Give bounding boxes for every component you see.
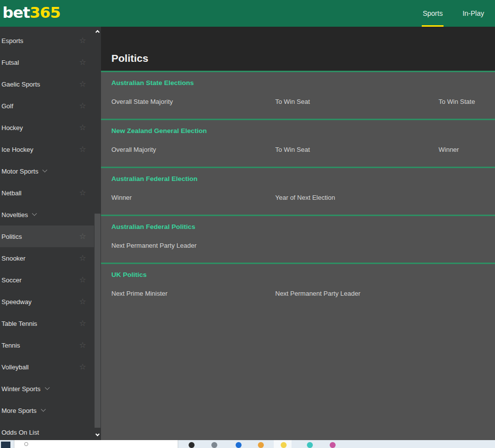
task-view-icon[interactable] — [211, 442, 217, 448]
sidebar-item-label: More Sports — [1, 407, 37, 414]
favourite-star-icon[interactable]: ☆ — [79, 124, 86, 132]
chevron-down-icon — [32, 211, 37, 216]
sidebar-item-label: Tennis — [1, 342, 20, 349]
sidebar-item-winter-sports[interactable]: Winter Sports — [0, 378, 94, 400]
market-link-to-win-seat[interactable]: To Win Seat — [275, 98, 439, 105]
sidebar-item-hockey[interactable]: Hockey☆ — [0, 117, 94, 138]
app-teal-icon[interactable] — [307, 442, 313, 448]
search-icon — [24, 442, 28, 446]
sidebar-item-label: Hockey — [1, 124, 23, 132]
favourite-star-icon[interactable]: ☆ — [79, 58, 86, 66]
section-australian-federal-election: Australian Federal ElectionWinnerYear of… — [101, 167, 495, 215]
main-content: Politics Australian State ElectionsOvera… — [101, 27, 495, 440]
market-row: Overall State MajorityTo Win SeatTo Win … — [111, 98, 490, 105]
windows-start-icon[interactable] — [1, 442, 10, 448]
chevron-up-icon — [95, 30, 99, 34]
market-link-winner[interactable]: Winner — [111, 194, 275, 201]
tab-sports[interactable]: Sports — [423, 0, 443, 27]
sidebar-item-politics[interactable]: Politics☆ — [0, 225, 94, 247]
edge-icon[interactable] — [236, 442, 242, 448]
sidebar-item-label: Snooker — [1, 255, 25, 262]
tab-sports-label: Sports — [423, 9, 443, 17]
chevron-down-icon — [45, 385, 50, 390]
sidebar-item-tennis[interactable]: Tennis☆ — [0, 334, 94, 356]
scrollbar-thumb[interactable] — [95, 214, 100, 428]
sports-sidebar: Esports☆Futsal☆Gaelic Sports☆Golf☆Hockey… — [0, 27, 101, 440]
sidebar-item-volleyball[interactable]: Volleyball☆ — [0, 356, 94, 378]
sidebar-item-label: Netball — [1, 189, 21, 197]
favourite-star-icon[interactable]: ☆ — [79, 341, 86, 349]
scroll-down-button[interactable] — [94, 431, 101, 439]
section-heading: UK Politics — [111, 271, 147, 278]
sidebar-item-motor-sports[interactable]: Motor Sports — [0, 160, 94, 182]
tab-in-play-label: In-Play — [462, 9, 484, 17]
market-link-to-win-state[interactable]: To Win State — [439, 98, 490, 105]
sidebar-scrollbar[interactable] — [94, 27, 101, 440]
taskbar-search-input[interactable] — [14, 440, 178, 448]
cortana-icon[interactable] — [189, 442, 195, 448]
sidebar-item-label: Volleyball — [1, 363, 29, 371]
favourite-star-icon[interactable]: ☆ — [79, 102, 86, 110]
sidebar-item-golf[interactable]: Golf☆ — [0, 95, 94, 117]
favourite-star-icon[interactable]: ☆ — [79, 319, 86, 327]
market-link-winner[interactable]: Winner — [439, 146, 490, 153]
market-link-next-prime-minister[interactable]: Next Prime Minister — [111, 290, 275, 297]
market-link-to-win-seat[interactable]: To Win Seat — [275, 146, 439, 153]
market-link-next-permanent-party-leader[interactable]: Next Permanent Party Leader — [111, 242, 275, 249]
market-link-year-of-next-election[interactable]: Year of Next Election — [275, 194, 439, 201]
section-new-zealand-general-election: New Zealand General ElectionOverall Majo… — [101, 119, 495, 167]
market-link-next-permanent-party-leader[interactable]: Next Permanent Party Leader — [275, 290, 439, 297]
sidebar-item-label: Futsal — [1, 59, 19, 66]
sidebar-item-novelties[interactable]: Novelties — [0, 204, 94, 225]
sidebar-item-label: Table Tennis — [1, 320, 37, 327]
favourite-star-icon[interactable]: ☆ — [79, 254, 86, 262]
sidebar-item-label: Golf — [1, 102, 13, 110]
app-purple-icon[interactable] — [330, 442, 336, 448]
sidebar-item-label: Motor Sports — [1, 168, 38, 175]
sidebar-item-more-sports[interactable]: More Sports — [0, 400, 94, 421]
favourite-star-icon[interactable]: ☆ — [79, 298, 86, 306]
market-row: Next Prime MinisterNext Permanent Party … — [111, 290, 490, 297]
sidebar-item-ice-hockey[interactable]: Ice Hockey☆ — [0, 138, 94, 160]
section-australian-state-elections: Australian State ElectionsOverall State … — [101, 71, 495, 119]
content-header: Politics — [101, 27, 495, 71]
sports-list: Esports☆Futsal☆Gaelic Sports☆Golf☆Hockey… — [0, 30, 94, 443]
sidebar-item-esports[interactable]: Esports☆ — [0, 30, 94, 51]
bet365-logo[interactable]: bet365 — [2, 3, 60, 21]
favourite-star-icon[interactable]: ☆ — [79, 232, 86, 240]
sidebar-item-label: Novelties — [1, 211, 28, 219]
sidebar-item-label: Politics — [1, 233, 22, 240]
tab-in-play[interactable]: In-Play — [462, 0, 484, 27]
chevron-down-icon — [95, 432, 99, 436]
section-heading: Australian Federal Politics — [111, 223, 196, 230]
market-link-overall-majority[interactable]: Overall Majority — [111, 146, 275, 153]
favourite-star-icon[interactable]: ☆ — [79, 276, 86, 284]
section-heading: Australian State Elections — [111, 79, 194, 87]
favourite-star-icon[interactable]: ☆ — [79, 189, 86, 197]
bet365-page: bet365 Sports In-Play Esports☆Futsal☆Gae… — [0, 0, 495, 448]
favourite-star-icon[interactable]: ☆ — [79, 145, 86, 153]
sidebar-item-netball[interactable]: Netball☆ — [0, 182, 94, 204]
sidebar-item-gaelic-sports[interactable]: Gaelic Sports☆ — [0, 73, 94, 95]
file-explorer-icon[interactable] — [258, 442, 264, 448]
sidebar-item-futsal[interactable]: Futsal☆ — [0, 51, 94, 73]
favourite-star-icon[interactable]: ☆ — [79, 37, 86, 45]
sidebar-item-label: Esports — [1, 37, 23, 45]
market-link-overall-state-majority[interactable]: Overall State Majority — [111, 98, 275, 105]
section-heading: New Zealand General Election — [111, 127, 207, 134]
sidebar-item-table-tennis[interactable]: Table Tennis☆ — [0, 313, 94, 334]
section-heading: Australian Federal Election — [111, 175, 198, 182]
favourite-star-icon[interactable]: ☆ — [79, 363, 86, 371]
sidebar-item-speedway[interactable]: Speedway☆ — [0, 291, 94, 313]
sidebar-item-label: Soccer — [1, 276, 21, 284]
store-icon[interactable] — [281, 442, 287, 448]
favourite-star-icon[interactable]: ☆ — [79, 80, 86, 88]
logo-bet: bet — [2, 3, 30, 21]
section-australian-federal-politics: Australian Federal PoliticsNext Permanen… — [101, 215, 495, 263]
sidebar-item-soccer[interactable]: Soccer☆ — [0, 269, 94, 291]
market-row: Next Permanent Party Leader — [111, 242, 490, 249]
top-header: bet365 Sports In-Play — [0, 0, 495, 27]
sections-container: Australian State ElectionsOverall State … — [101, 71, 495, 440]
sidebar-item-snooker[interactable]: Snooker☆ — [0, 247, 94, 269]
scroll-up-button[interactable] — [94, 28, 101, 36]
